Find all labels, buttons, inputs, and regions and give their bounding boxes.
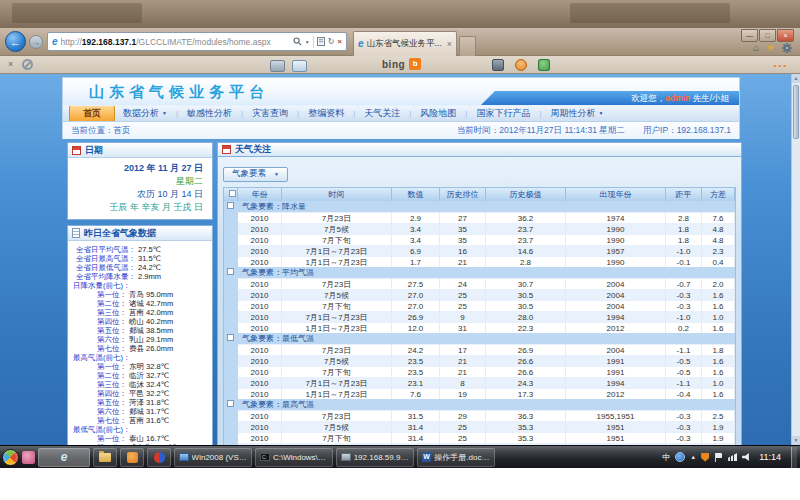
table-row[interactable]: 20101月1日～7月23日7.61917.32012-0.41.6 xyxy=(224,388,735,399)
table-row[interactable]: 20107月下旬3.43523.719901.84.8 xyxy=(224,234,735,245)
taskbar-window-button-2[interactable]: C:C:\Windows\s... xyxy=(255,448,333,467)
toolbar-card-icon[interactable] xyxy=(270,60,285,72)
column-header[interactable]: 历史排位 xyxy=(440,188,486,201)
search-dropdown-icon[interactable]: ▼ xyxy=(305,39,310,45)
taskbar-ie-button[interactable]: e xyxy=(38,448,90,467)
tools-gear-icon[interactable] xyxy=(782,43,792,53)
taskbar-media-app-button[interactable] xyxy=(147,448,171,467)
url-text[interactable]: http://192.168.137.1/GLCCLIMATE/modules/… xyxy=(61,37,290,47)
table-row[interactable]: 20107月23日27.52430.72004-0.72.0 xyxy=(224,278,735,289)
close-button[interactable]: × xyxy=(777,29,794,42)
table-row[interactable]: 20107月下旬27.02530.52004-0.31.6 xyxy=(224,300,735,311)
checkbox-icon[interactable] xyxy=(227,334,234,341)
nav-item-1[interactable]: 首页 xyxy=(69,105,115,122)
table-row[interactable]: 20107月23日2.92736.219742.87.6 xyxy=(224,212,735,223)
nav-item-5[interactable]: 整编资料 xyxy=(305,107,347,120)
address-bar[interactable]: e http://192.168.137.1/GLCCLIMATE/module… xyxy=(47,32,347,51)
table-row[interactable]: 20107月23日24.21726.92004-1.11.8 xyxy=(224,344,735,355)
tray-clock[interactable]: 11:14 xyxy=(759,452,781,462)
toolbar-mail-icon[interactable] xyxy=(292,60,307,72)
scroll-up-icon[interactable]: ▲ xyxy=(792,74,800,83)
column-header[interactable]: 历史极值 xyxy=(486,188,566,201)
column-header[interactable]: 年份 xyxy=(238,188,282,201)
column-header[interactable]: 方差 xyxy=(702,188,735,201)
table-row[interactable]: 20107月1日～7月23日26.9928.01994-1.01.0 xyxy=(224,311,735,322)
nav-item-6[interactable]: 天气关注 xyxy=(361,107,403,120)
tray-app-icon[interactable] xyxy=(675,452,685,462)
taskbar-window-button-1[interactable]: Win2008 (VS2... xyxy=(174,448,252,467)
speaker-icon[interactable] xyxy=(742,453,751,461)
taskbar-window-button-4[interactable]: W操作手册.docx ... xyxy=(417,448,495,467)
word-icon: W xyxy=(422,452,431,462)
start-button[interactable] xyxy=(2,449,19,466)
globe-app-icon[interactable] xyxy=(538,59,550,71)
browser-tab[interactable]: e 山东省气候业务平... × xyxy=(353,31,457,56)
checkbox-icon[interactable] xyxy=(229,190,236,197)
network-icon[interactable] xyxy=(728,453,737,461)
scrollbar-thumb[interactable] xyxy=(793,85,799,139)
table-row[interactable]: 20107月5候27.02530.52004-0.31.6 xyxy=(224,289,735,300)
column-header[interactable]: 数值 xyxy=(392,188,440,201)
table-row[interactable]: 20107月5候3.43523.719901.84.8 xyxy=(224,223,735,234)
home-icon[interactable]: ⌂ xyxy=(753,43,759,53)
table-cell: 36.2 xyxy=(486,212,566,223)
pinned-app-icon[interactable] xyxy=(22,451,35,464)
show-hidden-icons[interactable]: ▲ xyxy=(690,454,696,460)
table-row[interactable]: 20101月1日～7月23日1.7212.81990-0.10.4 xyxy=(224,256,735,267)
nav-item-4[interactable]: 灾害查询 xyxy=(249,107,291,120)
minimize-button[interactable]: — xyxy=(741,29,758,42)
maximize-button[interactable]: □ xyxy=(759,29,776,42)
show-desktop-button[interactable] xyxy=(791,447,797,468)
favorites-star-icon[interactable]: ★ xyxy=(766,43,775,53)
nav-item-8[interactable]: 国家下行产品 xyxy=(473,107,533,120)
nav-item-7[interactable]: 风险地图 xyxy=(417,107,459,120)
stop-icon[interactable]: × xyxy=(337,37,342,46)
bing-toolbar[interactable]: bing b xyxy=(382,58,421,70)
compatibility-view-icon[interactable] xyxy=(317,37,325,46)
checkbox-icon[interactable] xyxy=(227,268,234,275)
column-header[interactable]: 距平 xyxy=(666,188,702,201)
blocked-content-icon[interactable] xyxy=(22,59,33,70)
table-cell: 2010 xyxy=(238,421,282,432)
table-cell: 2010 xyxy=(238,256,282,267)
back-button[interactable]: ← xyxy=(5,31,26,52)
security-shield-icon[interactable] xyxy=(701,453,709,462)
nav-item-3[interactable]: 敏感性分析 xyxy=(184,107,235,120)
new-tab-button[interactable] xyxy=(459,36,476,56)
table-row[interactable]: 20107月1日～7月23日23.1824.31994-1.11.0 xyxy=(224,377,735,388)
scroll-down-icon[interactable]: ▼ xyxy=(792,436,800,445)
camera-app-icon[interactable] xyxy=(492,59,504,71)
action-center-flag-icon[interactable] xyxy=(714,453,723,462)
search-icon[interactable] xyxy=(293,37,302,46)
taskbar-orange-app-button[interactable] xyxy=(120,448,144,467)
checkbox-icon[interactable] xyxy=(227,400,234,407)
weather-stat: 全省平均降水量：2.9mm xyxy=(70,272,210,281)
refresh-icon[interactable]: ↻ xyxy=(328,37,335,46)
table-row[interactable]: 20107月下旬23.52126.61991-0.51.6 xyxy=(224,366,735,377)
tab-close-icon[interactable]: × xyxy=(447,39,452,49)
table-row[interactable]: 20101月1日～7月23日12.03122.320120.21.6 xyxy=(224,322,735,333)
table-row[interactable]: 20107月5候31.42535.31951-0.31.9 xyxy=(224,421,735,432)
column-header[interactable]: 出现年份 xyxy=(566,188,666,201)
section-row: 气象要素：降水量 xyxy=(224,201,735,212)
table-row[interactable]: 20107月1日～7月23日6.91614.61957-1.02.3 xyxy=(224,245,735,256)
nav-item-2[interactable]: 数据分析▼ xyxy=(120,107,170,120)
table-row[interactable]: 20107月下旬31.42535.31951-0.31.9 xyxy=(224,432,735,443)
person-app-icon[interactable] xyxy=(515,59,527,71)
taskbar-explorer-button[interactable] xyxy=(93,448,117,467)
weather-element-button[interactable]: 气象要素 ▼ xyxy=(223,167,288,182)
more-options-icon[interactable]: ••• xyxy=(774,61,788,70)
table-row[interactable]: 20107月23日31.52936.31955,1951-0.32.5 xyxy=(224,410,735,421)
taskbar-window-button-3[interactable]: 192.168.59.99... xyxy=(336,448,414,467)
forward-button[interactable]: → xyxy=(29,35,43,49)
ime-indicator[interactable]: 中 xyxy=(662,452,670,463)
rank-label: 第七位： xyxy=(97,416,127,425)
page-scrollbar[interactable]: ▲ ▼ xyxy=(791,74,800,445)
table-cell: 25 xyxy=(440,300,486,311)
checkbox-icon[interactable] xyxy=(227,202,234,209)
table-row[interactable]: 20107月5候23.52126.61991-0.51.6 xyxy=(224,355,735,366)
column-header[interactable]: 时间 xyxy=(282,188,392,201)
addon-bar-close-icon[interactable]: × xyxy=(8,59,13,69)
nav-item-9[interactable]: 周期性分析▼ xyxy=(548,107,607,120)
row-gutter xyxy=(224,234,238,245)
